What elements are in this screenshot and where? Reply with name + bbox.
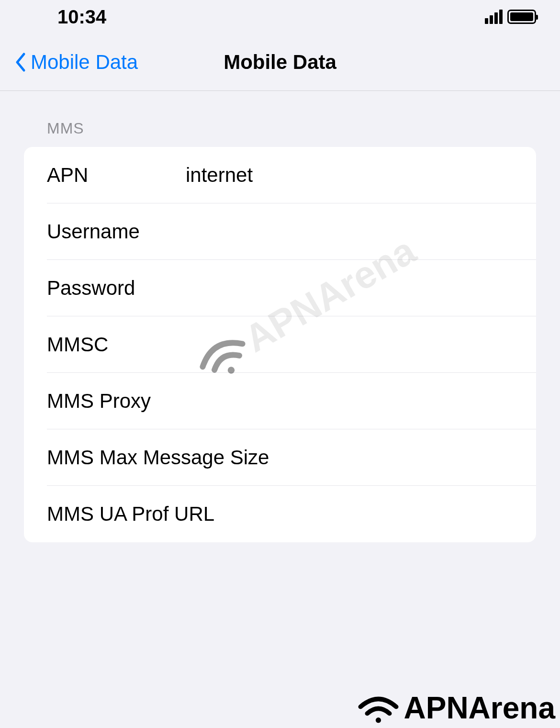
row-mms-proxy[interactable]: MMS Proxy <box>24 373 536 429</box>
row-apn[interactable]: APN <box>24 147 536 203</box>
label-mms-proxy: MMS Proxy <box>47 390 186 413</box>
settings-group-mms: APN Username Password MMSC MMS Proxy MMS… <box>24 147 536 542</box>
status-indicators <box>485 10 536 24</box>
status-bar: 10:34 <box>0 0 560 34</box>
label-apn: APN <box>47 164 186 187</box>
bottom-logo: APNArena <box>356 690 555 726</box>
row-mmsc[interactable]: MMSC <box>24 316 536 373</box>
svg-point-1 <box>376 717 381 723</box>
row-username[interactable]: Username <box>24 203 536 260</box>
status-time: 10:34 <box>57 6 106 28</box>
section-header-mms: MMS <box>24 120 536 147</box>
label-mms-max-size: MMS Max Message Size <box>47 446 513 469</box>
row-mms-ua-prof[interactable]: MMS UA Prof URL <box>24 486 536 542</box>
signal-icon <box>485 10 503 24</box>
label-mmsc: MMSC <box>47 333 186 356</box>
battery-icon <box>507 10 536 24</box>
row-password[interactable]: Password <box>24 260 536 316</box>
back-button[interactable]: Mobile Data <box>14 51 138 74</box>
page-title: Mobile Data <box>224 51 336 74</box>
content: MMS APN Username Password MMSC MMS Proxy… <box>0 91 560 542</box>
navigation-bar: Mobile Data Mobile Data <box>0 34 560 91</box>
input-mms-proxy[interactable] <box>186 390 513 413</box>
input-mmsc[interactable] <box>186 333 513 356</box>
wifi-icon <box>356 691 401 725</box>
label-password: Password <box>47 277 186 300</box>
input-username[interactable] <box>186 220 513 243</box>
label-username: Username <box>47 220 186 243</box>
input-apn[interactable] <box>186 164 513 187</box>
label-mms-ua-prof: MMS UA Prof URL <box>47 503 513 526</box>
input-password[interactable] <box>186 277 513 300</box>
row-mms-max-size[interactable]: MMS Max Message Size <box>24 429 536 486</box>
chevron-left-icon <box>14 52 26 72</box>
back-label: Mobile Data <box>31 51 138 74</box>
